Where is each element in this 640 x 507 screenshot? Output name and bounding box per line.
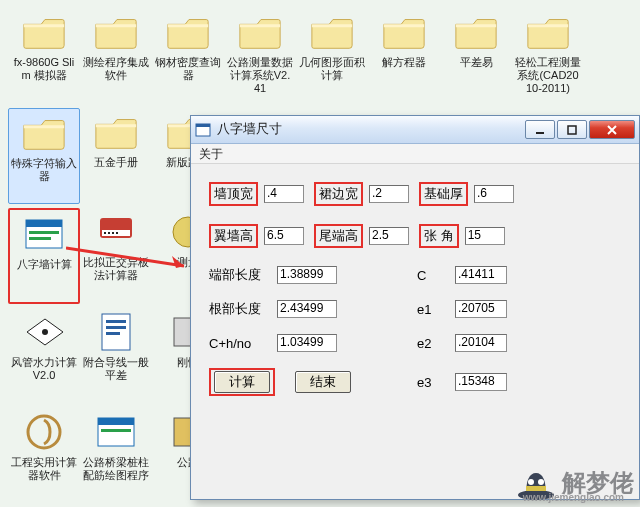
dialog-client: 墙顶宽.4 裙边宽.2 基础厚.6 翼墙高6.5 尾端高2.5 张 角15 端部…	[191, 164, 639, 499]
svg-rect-6	[104, 232, 106, 234]
svg-rect-24	[196, 124, 210, 127]
input-base-thick[interactable]: .6	[474, 185, 514, 203]
desktop-icon[interactable]: 五金手册	[80, 108, 152, 204]
desktop-icon[interactable]: 解方程器	[368, 8, 440, 104]
close-button[interactable]	[589, 120, 635, 139]
svg-rect-7	[108, 232, 110, 234]
end-button[interactable]: 结束	[295, 371, 351, 393]
label-chno: C+h/no	[209, 336, 277, 351]
desktop-icon-label: 轻松工程测量系统(CAD2010-2011)	[515, 56, 581, 95]
svg-rect-15	[106, 332, 120, 335]
label-e2: e2	[417, 336, 455, 351]
title-bar[interactable]: 八字墙尺寸	[191, 116, 639, 144]
desktop-icon[interactable]: 测绘程序集成软件	[80, 8, 152, 104]
svg-rect-14	[106, 326, 126, 329]
desktop-icon-label: 特殊字符输入器	[11, 157, 77, 183]
label-e1: e1	[417, 302, 455, 317]
desktop-icon[interactable]: 工程实用计算器软件	[8, 408, 80, 504]
desktop-icon[interactable]: 平差易	[440, 8, 512, 104]
desktop-icon-label: 公路测量数据计算系统V2.41	[227, 56, 293, 95]
label-skirt-width: 裙边宽	[314, 182, 363, 206]
label-c: C	[417, 268, 455, 283]
desktop-icon-label: 风管水力计算V2.0	[11, 356, 77, 382]
window-icon	[195, 122, 211, 138]
maximize-button[interactable]	[557, 120, 587, 139]
desktop-icon[interactable]: 钢材密度查询器	[152, 8, 224, 104]
output-e1[interactable]: .20705	[455, 300, 507, 318]
minimize-button[interactable]	[525, 120, 555, 139]
desktop-icon-label: 附合导线一般平差	[83, 356, 149, 382]
desktop-icon-highlighted[interactable]: 八字墙计算	[8, 208, 80, 304]
label-angle: 张 角	[419, 224, 459, 248]
label-root-length: 根部长度	[209, 300, 277, 318]
input-angle[interactable]: 15	[465, 227, 505, 245]
desktop-icon-label: fx-9860G Slim 模拟器	[11, 56, 77, 82]
svg-rect-2	[29, 231, 59, 234]
label-wing-height: 翼墙高	[209, 224, 258, 248]
svg-point-11	[42, 329, 48, 335]
dialog-window: 八字墙尺寸 关于 墙顶宽.4 裙边宽.2 基础厚.6 翼墙高6.5 尾端高2.5…	[190, 115, 640, 500]
svg-rect-9	[116, 232, 118, 234]
desktop-icon[interactable]: 公路桥梁桩柱配筋绘图程序	[80, 408, 152, 504]
desktop-icon-selected[interactable]: 特殊字符输入器	[8, 108, 80, 204]
desktop-icon[interactable]: 公路测量数据计算系统V2.41	[224, 8, 296, 104]
calc-button-highlight: 计算	[209, 368, 275, 396]
svg-rect-26	[568, 126, 576, 134]
desktop-icon-label: 公路桥梁桩柱配筋绘图程序	[83, 456, 149, 482]
label-tail-height: 尾端高	[314, 224, 363, 248]
svg-rect-25	[536, 132, 544, 134]
desktop-icon-label: 钢材密度查询器	[155, 56, 221, 82]
desktop-icon[interactable]: 轻松工程测量系统(CAD2010-2011)	[512, 8, 584, 104]
output-end-length[interactable]: 1.38899	[277, 266, 337, 284]
output-e2[interactable]: .20104	[455, 334, 507, 352]
calculate-button[interactable]: 计算	[214, 371, 270, 393]
input-wing-height[interactable]: 6.5	[264, 227, 304, 245]
svg-rect-1	[26, 220, 62, 227]
output-root-length[interactable]: 2.43499	[277, 300, 337, 318]
svg-rect-19	[101, 429, 131, 432]
output-c[interactable]: .41411	[455, 266, 507, 284]
menu-bar[interactable]: 关于	[191, 144, 639, 164]
window-buttons	[525, 120, 635, 139]
desktop-icon-label: 工程实用计算器软件	[11, 456, 77, 482]
desktop-icon[interactable]: 比拟正交异板法计算器	[80, 208, 152, 304]
svg-rect-8	[112, 232, 114, 234]
desktop-icon[interactable]: fx-9860G Slim 模拟器	[8, 8, 80, 104]
input-wall-top-width[interactable]: .4	[264, 185, 304, 203]
desktop-icon-label: 八字墙计算	[17, 258, 72, 271]
desktop-icon[interactable]: 附合导线一般平差	[80, 308, 152, 404]
desktop-icon-label: 测绘程序集成软件	[83, 56, 149, 82]
svg-rect-18	[98, 418, 134, 425]
desktop-icon-label: 解方程器	[382, 56, 426, 69]
desktop-icon-label: 五金手册	[94, 156, 138, 169]
output-e3[interactable]: .15348	[455, 373, 507, 391]
window-title: 八字墙尺寸	[217, 121, 525, 138]
desktop-icon-label: 几何图形面积计算	[299, 56, 365, 82]
input-tail-height[interactable]: 2.5	[369, 227, 409, 245]
desktop-icon-label: 比拟正交异板法计算器	[83, 256, 149, 282]
label-end-length: 端部长度	[209, 266, 277, 284]
desktop-icon[interactable]: 风管水力计算V2.0	[8, 308, 80, 404]
label-wall-top-width: 墙顶宽	[209, 182, 258, 206]
output-chno[interactable]: 1.03499	[277, 334, 337, 352]
menu-about[interactable]: 关于	[199, 147, 223, 161]
label-base-thick: 基础厚	[419, 182, 468, 206]
svg-rect-3	[29, 237, 51, 240]
label-e3: e3	[417, 375, 455, 390]
desktop-icon[interactable]: 几何图形面积计算	[296, 8, 368, 104]
svg-rect-13	[106, 320, 126, 323]
desktop-icon-label: 平差易	[460, 56, 493, 69]
input-skirt-width[interactable]: .2	[369, 185, 409, 203]
